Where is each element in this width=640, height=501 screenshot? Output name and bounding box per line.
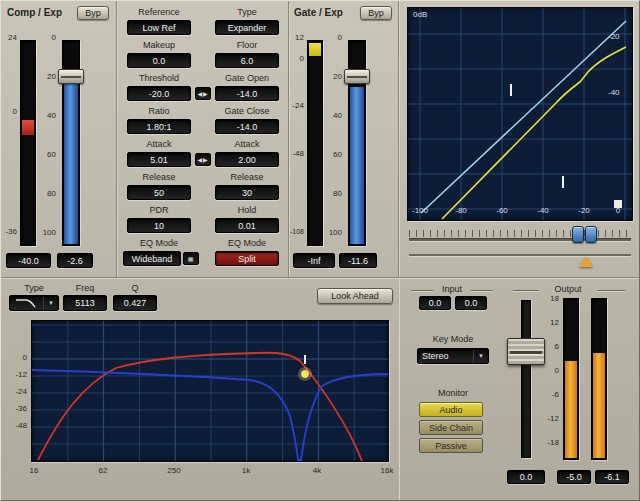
output-meter-right bbox=[591, 298, 607, 460]
chevron-down-icon: ▼ bbox=[473, 350, 484, 363]
comp-bypass-button[interactable]: Byp bbox=[77, 6, 109, 20]
eq-plot[interactable] bbox=[31, 320, 389, 462]
transfer-plot[interactable]: 0dB -20 -40 -100 -80 -60 -40 -20 0 bbox=[407, 7, 633, 221]
makeup-value[interactable]: 0.0 bbox=[127, 53, 191, 68]
threshold-value[interactable]: -20.0 bbox=[127, 86, 191, 101]
gate-release-value[interactable]: 30 bbox=[215, 185, 279, 200]
gate-fader-handle[interactable] bbox=[344, 69, 370, 84]
range-handle-high[interactable] bbox=[585, 226, 597, 243]
comp-fader-scale-label: 100 bbox=[39, 228, 56, 237]
transfer-x-label: -40 bbox=[528, 206, 558, 215]
output-scale-label: -18 bbox=[543, 438, 559, 447]
divider bbox=[513, 290, 539, 291]
output-fader-handle[interactable] bbox=[507, 338, 545, 365]
transfer-x-label: -60 bbox=[487, 206, 517, 215]
gate-scale-label: -48 bbox=[289, 149, 304, 158]
output-label: Output bbox=[541, 284, 595, 294]
gate-exp-section: Gate / Exp Byp 12 0 -24 -48 -108 0 20 40… bbox=[289, 1, 399, 277]
comp-fader-handle[interactable] bbox=[58, 69, 84, 84]
eq-mode-aux-icon[interactable]: ▦ bbox=[183, 252, 199, 265]
divider bbox=[597, 290, 625, 291]
comp-eq-mode-label: EQ Mode bbox=[125, 238, 193, 248]
chevron-down-icon: ▼ bbox=[43, 297, 54, 310]
eq-y-label: -12 bbox=[7, 370, 27, 379]
output-meter-right-readout[interactable]: -6.1 bbox=[595, 470, 629, 484]
output-meter-left-fill bbox=[565, 361, 577, 458]
hold-label: Hold bbox=[213, 205, 281, 215]
look-ahead-button[interactable]: Look Ahead bbox=[317, 288, 393, 304]
monitor-passive-button[interactable]: Passive bbox=[419, 438, 483, 453]
monitor-label: Monitor bbox=[411, 388, 495, 398]
gate-activity-fill bbox=[309, 43, 321, 56]
unity-line bbox=[421, 21, 626, 213]
gate-release-label: Release bbox=[213, 172, 281, 182]
gate-attack-value[interactable]: 2.00 bbox=[215, 152, 279, 167]
marker-track[interactable] bbox=[409, 254, 631, 256]
comp-attack-value[interactable]: 5.01 bbox=[127, 152, 191, 167]
pdr-value[interactable]: 10 bbox=[127, 218, 191, 233]
comp-attack-label: Attack bbox=[125, 139, 193, 149]
range-handle-low[interactable] bbox=[572, 226, 584, 243]
divider bbox=[471, 290, 493, 291]
comp-fader-scale-label: 0 bbox=[39, 33, 56, 42]
monitor-side-chain-button[interactable]: Side Chain bbox=[419, 420, 483, 435]
comp-gain-reduction-fill bbox=[22, 120, 34, 135]
eq-band-curve bbox=[38, 353, 362, 461]
floor-value[interactable]: 6.0 bbox=[215, 53, 279, 68]
input-right-readout[interactable]: 0.0 bbox=[455, 296, 487, 310]
gate-type-button[interactable]: Expander bbox=[215, 20, 279, 35]
eq-x-label: 16k bbox=[374, 466, 400, 475]
eq-y-label: -24 bbox=[7, 387, 27, 396]
threshold-link-button[interactable]: ◀▶ bbox=[195, 87, 211, 100]
gate-attack-label: Attack bbox=[213, 139, 281, 149]
gate-open-value[interactable]: -14.0 bbox=[215, 86, 279, 101]
filter-type-dropdown[interactable]: ▼ bbox=[9, 295, 59, 311]
comp-release-value[interactable]: 50 bbox=[127, 185, 191, 200]
ratio-label: Ratio bbox=[125, 106, 193, 116]
gate-bypass-button[interactable]: Byp bbox=[360, 6, 392, 20]
lowpass-curve-icon bbox=[14, 297, 38, 309]
gate-eq-mode-label: EQ Mode bbox=[213, 238, 281, 248]
monitor-audio-button[interactable]: Audio bbox=[419, 402, 483, 417]
output-scale-label: -12 bbox=[543, 414, 559, 423]
marker-pointer-icon[interactable] bbox=[579, 257, 593, 267]
transfer-grid-lines bbox=[408, 8, 632, 220]
transfer-curve bbox=[442, 47, 626, 219]
ratio-value[interactable]: 1.80:1 bbox=[127, 119, 191, 134]
eq-mode-split-button[interactable]: Split bbox=[215, 251, 279, 266]
output-meter-right-fill bbox=[593, 353, 605, 458]
key-mode-label: Key Mode bbox=[411, 334, 495, 344]
eq-control-point[interactable] bbox=[302, 371, 309, 378]
hold-value[interactable]: 0.01 bbox=[215, 218, 279, 233]
eq-x-label: 16 bbox=[19, 466, 49, 475]
output-scale-label: 0 bbox=[543, 366, 559, 375]
eq-notch-curve bbox=[32, 370, 388, 460]
makeup-label: Makeup bbox=[125, 40, 193, 50]
comp-section-title: Comp / Exp bbox=[7, 7, 62, 18]
io-section: Input 0.0 0.0 Key Mode Stereo ▼ Monitor … bbox=[399, 277, 640, 501]
output-meter-left-readout[interactable]: -5.0 bbox=[557, 470, 591, 484]
gate-scale-label: 0 bbox=[289, 54, 304, 63]
q-value[interactable]: 0.427 bbox=[113, 295, 157, 311]
transfer-curve-section: 0dB -20 -40 -100 -80 -60 -40 -20 0 bbox=[399, 1, 640, 277]
gate-open-label: Gate Open bbox=[213, 73, 281, 83]
freq-value[interactable]: 5113 bbox=[63, 295, 107, 311]
output-fader-track[interactable] bbox=[521, 300, 531, 458]
reference-button[interactable]: Low Ref bbox=[127, 20, 191, 35]
dynamics-plugin-window: Comp / Exp Byp 24 0 -36 0 20 40 60 80 10… bbox=[0, 0, 640, 501]
attack-link-button[interactable]: ◀▶ bbox=[195, 153, 211, 166]
key-mode-dropdown[interactable]: Stereo ▼ bbox=[417, 348, 489, 364]
input-left-readout[interactable]: 0.0 bbox=[419, 296, 451, 310]
comp-scale-label: 0 bbox=[3, 107, 17, 116]
output-scale-label: 12 bbox=[543, 318, 559, 327]
freq-label: Freq bbox=[63, 283, 107, 293]
output-fader-readout[interactable]: 0.0 bbox=[507, 470, 545, 484]
threshold-tick bbox=[510, 84, 512, 96]
eq-mode-wideband-button[interactable]: Wideband bbox=[123, 251, 181, 266]
range-slider-track[interactable] bbox=[409, 238, 631, 241]
gate-scale-label: 12 bbox=[289, 33, 304, 42]
gate-close-value[interactable]: -14.0 bbox=[215, 119, 279, 134]
transfer-x-label: 0 bbox=[606, 206, 630, 215]
gate-fader-scale-label: 40 bbox=[326, 111, 342, 120]
gate-tick bbox=[562, 176, 564, 188]
